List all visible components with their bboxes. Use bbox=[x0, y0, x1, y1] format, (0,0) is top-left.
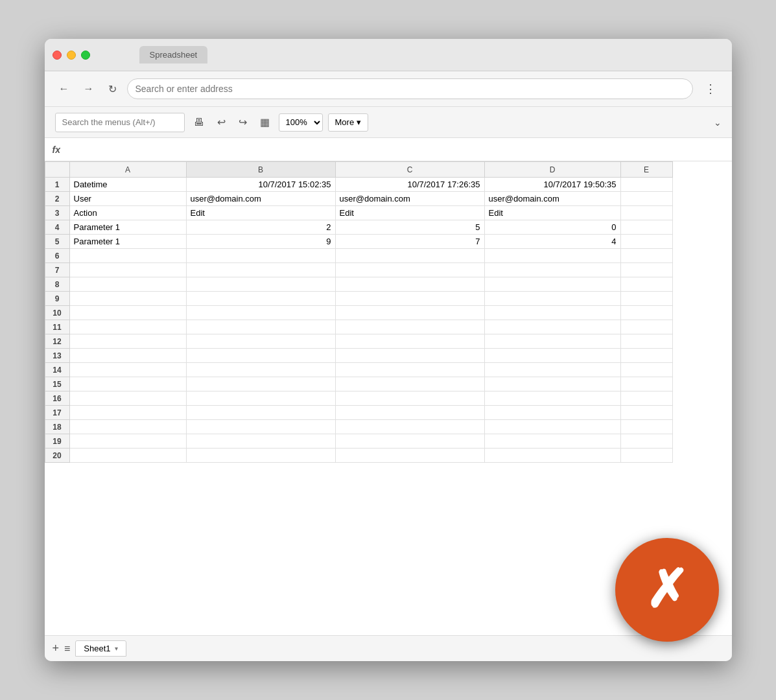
cell[interactable] bbox=[335, 306, 484, 320]
col-header-d[interactable]: D bbox=[484, 162, 620, 178]
cell[interactable]: user@domain.com bbox=[484, 192, 620, 206]
cell[interactable] bbox=[69, 363, 186, 377]
cell[interactable] bbox=[69, 334, 186, 349]
cell[interactable]: 9 bbox=[186, 235, 335, 249]
more-button[interactable]: More ▾ bbox=[328, 113, 369, 132]
cell[interactable] bbox=[186, 334, 335, 349]
back-button[interactable]: ← bbox=[55, 80, 73, 97]
cell[interactable] bbox=[484, 391, 620, 406]
cell[interactable] bbox=[620, 220, 672, 235]
cell[interactable] bbox=[186, 420, 335, 434]
col-header-b[interactable]: B bbox=[186, 162, 335, 178]
cell[interactable] bbox=[620, 292, 672, 306]
cell[interactable] bbox=[186, 249, 335, 263]
col-header-e[interactable]: E bbox=[620, 162, 672, 178]
cell[interactable]: 10/7/2017 17:26:35 bbox=[335, 178, 484, 192]
cell[interactable]: User bbox=[69, 192, 186, 206]
cell[interactable]: Edit bbox=[186, 206, 335, 220]
cell[interactable] bbox=[186, 449, 335, 463]
cell[interactable] bbox=[335, 349, 484, 363]
cell[interactable] bbox=[186, 377, 335, 391]
cell[interactable] bbox=[335, 391, 484, 406]
cell[interactable] bbox=[484, 449, 620, 463]
cell[interactable]: Datetime bbox=[69, 178, 186, 192]
error-badge[interactable]: ✗ bbox=[615, 538, 719, 642]
cell[interactable] bbox=[620, 206, 672, 220]
cell[interactable]: Action bbox=[69, 206, 186, 220]
browser-menu-button[interactable]: ⋮ bbox=[700, 79, 722, 99]
col-header-a[interactable]: A bbox=[69, 162, 186, 178]
cell[interactable] bbox=[484, 334, 620, 349]
cell[interactable] bbox=[335, 363, 484, 377]
maximize-button[interactable] bbox=[81, 51, 90, 60]
cell[interactable]: Edit bbox=[484, 206, 620, 220]
cell[interactable]: 5 bbox=[335, 220, 484, 235]
cell[interactable] bbox=[620, 420, 672, 434]
cell[interactable] bbox=[335, 249, 484, 263]
cell[interactable] bbox=[186, 277, 335, 292]
cell[interactable] bbox=[335, 449, 484, 463]
reload-button[interactable]: ↻ bbox=[104, 80, 121, 98]
cell[interactable] bbox=[186, 434, 335, 449]
cell[interactable]: 10/7/2017 15:02:35 bbox=[186, 178, 335, 192]
cell[interactable] bbox=[335, 406, 484, 420]
cell[interactable] bbox=[484, 249, 620, 263]
cell[interactable] bbox=[335, 320, 484, 334]
cell[interactable] bbox=[620, 249, 672, 263]
cell[interactable] bbox=[484, 277, 620, 292]
formula-input[interactable] bbox=[65, 145, 724, 154]
cell[interactable] bbox=[484, 363, 620, 377]
zoom-select[interactable]: 100% 75% 125% 150% bbox=[279, 113, 323, 132]
cell[interactable]: Parameter 1 bbox=[69, 220, 186, 235]
sheet1-tab[interactable]: Sheet1 ▾ bbox=[75, 640, 126, 657]
url-bar[interactable] bbox=[127, 78, 693, 99]
col-header-c[interactable]: C bbox=[335, 162, 484, 178]
cell[interactable] bbox=[620, 192, 672, 206]
cell[interactable] bbox=[186, 263, 335, 277]
cell[interactable] bbox=[69, 349, 186, 363]
cell[interactable] bbox=[186, 292, 335, 306]
cell[interactable] bbox=[620, 320, 672, 334]
cell[interactable] bbox=[69, 406, 186, 420]
cell[interactable] bbox=[69, 434, 186, 449]
minimize-button[interactable] bbox=[67, 51, 76, 60]
cell[interactable] bbox=[186, 320, 335, 334]
cell[interactable] bbox=[335, 263, 484, 277]
cell[interactable] bbox=[186, 306, 335, 320]
close-button[interactable] bbox=[53, 51, 62, 60]
cell[interactable] bbox=[69, 391, 186, 406]
cell[interactable] bbox=[484, 420, 620, 434]
cell[interactable]: Parameter 1 bbox=[69, 235, 186, 249]
sheet-list-button[interactable]: ≡ bbox=[64, 643, 70, 655]
cell[interactable] bbox=[620, 363, 672, 377]
cell[interactable] bbox=[484, 377, 620, 391]
cell[interactable] bbox=[186, 406, 335, 420]
window-tab[interactable]: Spreadsheet bbox=[139, 46, 208, 64]
cell[interactable] bbox=[69, 420, 186, 434]
cell[interactable] bbox=[620, 235, 672, 249]
toolbar-collapse-icon[interactable]: ⌄ bbox=[714, 117, 722, 128]
cell[interactable]: user@domain.com bbox=[335, 192, 484, 206]
print-button[interactable]: 🖶 bbox=[190, 114, 208, 131]
cell[interactable] bbox=[620, 306, 672, 320]
cell[interactable] bbox=[69, 449, 186, 463]
cell[interactable] bbox=[69, 249, 186, 263]
cell[interactable] bbox=[484, 263, 620, 277]
cell[interactable] bbox=[335, 334, 484, 349]
cell[interactable] bbox=[484, 292, 620, 306]
cell[interactable] bbox=[335, 277, 484, 292]
undo-button[interactable]: ↩ bbox=[213, 113, 229, 131]
cell[interactable] bbox=[620, 334, 672, 349]
cell[interactable] bbox=[186, 349, 335, 363]
cell[interactable] bbox=[335, 292, 484, 306]
cell[interactable] bbox=[186, 391, 335, 406]
cell[interactable] bbox=[620, 263, 672, 277]
cell[interactable] bbox=[484, 434, 620, 449]
cell[interactable] bbox=[620, 277, 672, 292]
cell[interactable] bbox=[186, 363, 335, 377]
cell[interactable] bbox=[484, 406, 620, 420]
cell[interactable] bbox=[69, 320, 186, 334]
cell[interactable] bbox=[620, 434, 672, 449]
search-menus-input[interactable] bbox=[55, 113, 185, 132]
cell[interactable] bbox=[620, 377, 672, 391]
